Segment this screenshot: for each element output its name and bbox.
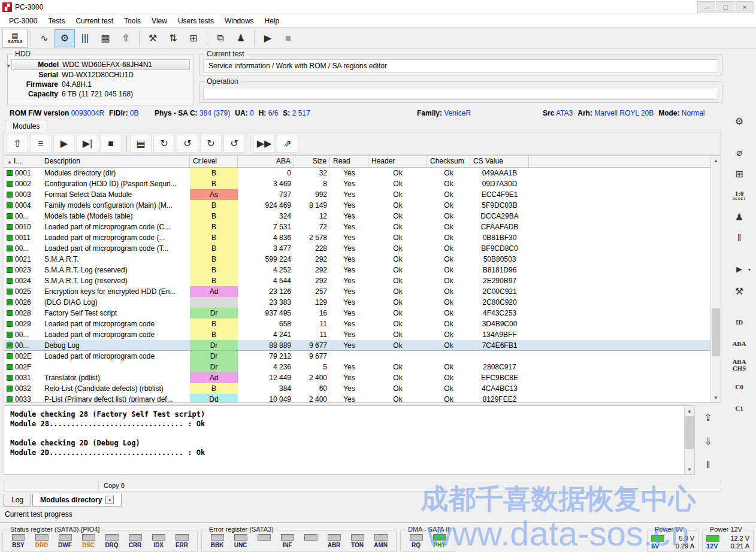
- table-row[interactable]: 00...Debug LogDr88 8899 677YesOkOk7C4E6F…: [4, 340, 721, 351]
- table-row[interactable]: 0011Loaded part of microprogram code (..…: [4, 232, 721, 243]
- table-scroll-thumb[interactable]: [712, 308, 720, 356]
- export-log-icon[interactable]: ⇪: [697, 408, 719, 427]
- pause-log-icon[interactable]: ‖: [697, 456, 719, 475]
- table-row[interactable]: 00...Loaded part of microprogram codeB4 …: [4, 329, 721, 340]
- led-indicator: [152, 534, 165, 541]
- auto-mode-button[interactable]: ▶▶: [253, 135, 275, 153]
- run-menu-icon[interactable]: ►▾: [728, 260, 750, 279]
- table-row[interactable]: 0003Format Select Data ModuleAs737992Yes…: [4, 189, 721, 200]
- sector-grid-button[interactable]: ⊞: [183, 29, 204, 47]
- print-button[interactable]: ▤: [130, 135, 152, 153]
- log-scrollbar[interactable]: ▲ ▼: [684, 406, 694, 474]
- table-row[interactable]: 0026 (DLG DIAG Log)23 383129YesOkOk2C80C…: [4, 297, 721, 308]
- column-header-checksum[interactable]: Checksum: [427, 156, 470, 167]
- scroll-down-icon[interactable]: ▼: [711, 393, 721, 402]
- write-to-disk-button[interactable]: ↺: [177, 135, 198, 153]
- chip-resources-button[interactable]: ▦: [95, 29, 116, 47]
- aba-chs-icon[interactable]: ABA CHS: [728, 356, 750, 375]
- adjust-dial-icon[interactable]: ⚙: [728, 111, 750, 131]
- table-row[interactable]: 0033P-List (Primary defect list) (primar…: [4, 394, 721, 402]
- log-scroll-down-icon[interactable]: ▼: [685, 465, 694, 474]
- table-row[interactable]: 00...Loaded part of microprogram code (T…: [4, 243, 721, 254]
- column-header-id[interactable]: ▲I...: [4, 156, 41, 167]
- terminal-monitor-button[interactable]: ∿: [34, 29, 55, 47]
- stop-read-button[interactable]: ■: [100, 135, 122, 153]
- write-from-file-button[interactable]: ↺: [223, 135, 245, 153]
- tab-modules[interactable]: Modules: [5, 120, 47, 132]
- scroll-up-icon[interactable]: ▲: [711, 156, 721, 165]
- pause-icon[interactable]: ‖: [728, 229, 750, 248]
- menu-item-pc-3000[interactable]: PC-3000: [4, 16, 43, 26]
- read-from-file-button[interactable]: ↻: [200, 135, 222, 153]
- maximize-button[interactable]: □: [716, 1, 734, 13]
- start-test-button[interactable]: ▶: [258, 29, 278, 47]
- table-row[interactable]: 0032Relo-List (Candidate defects) (rbbli…: [4, 383, 721, 394]
- c0-icon[interactable]: C0: [728, 377, 750, 396]
- c1-icon[interactable]: C1: [728, 399, 750, 418]
- chevron-down-icon[interactable]: ▾: [7, 63, 10, 69]
- table-row[interactable]: 002FDr4 2365YesOkOk2808C917: [4, 362, 721, 372]
- table-row[interactable]: 0010Loaded part of microprogram code (C.…: [4, 222, 721, 232]
- eject-utility-button[interactable]: ⇧: [116, 29, 136, 47]
- user-tests-button[interactable]: ♟: [231, 29, 251, 47]
- aba-icon[interactable]: ABA: [728, 334, 750, 353]
- power-phase-icon[interactable]: ⌀: [728, 142, 750, 162]
- id-icon[interactable]: ID: [728, 313, 750, 332]
- table-row[interactable]: 0028Factory Self Test scriptDr937 49516Y…: [4, 308, 721, 319]
- close-button[interactable]: ×: [736, 1, 754, 13]
- table-row[interactable]: 0001Modules directory (dir)B032YesOkOk04…: [4, 168, 721, 178]
- read-from-disk-button[interactable]: ↻: [153, 135, 175, 153]
- table-row[interactable]: 002ELoaded part of microprogram codeDr79…: [4, 351, 721, 362]
- column-header-read[interactable]: Read: [330, 156, 368, 167]
- column-header-description[interactable]: Description: [41, 156, 190, 167]
- read-modules-button[interactable]: ▶: [53, 135, 75, 153]
- close-tab-button[interactable]: ×: [105, 496, 114, 504]
- column-header-header[interactable]: Header: [368, 156, 427, 167]
- menu-item-current-test[interactable]: Current test: [70, 16, 119, 26]
- module-list-button[interactable]: ≡: [30, 135, 52, 153]
- table-row[interactable]: 00...Models table (Models table)B32412Ye…: [4, 211, 721, 222]
- sata3-port-button[interactable]: ▤SATA3: [2, 29, 28, 48]
- minimize-button[interactable]: –: [697, 1, 715, 13]
- table-row[interactable]: 0031Translator (pdlist)Ad12 4492 400YesO…: [4, 372, 721, 383]
- table-row[interactable]: 0002Configuration (HDD ID) (Pasport Sequ…: [4, 178, 721, 189]
- copy-pages-button[interactable]: ⧉: [210, 29, 231, 47]
- port-pins-icon[interactable]: ⊞: [728, 164, 750, 183]
- barcode-report-button[interactable]: |||: [75, 29, 95, 47]
- led-indicator: [35, 534, 49, 541]
- column-header-aba[interactable]: ABA: [238, 156, 294, 167]
- menu-item-windows[interactable]: Windows: [219, 16, 259, 26]
- import-log-icon[interactable]: ⇩: [697, 432, 719, 451]
- menu-item-help[interactable]: Help: [259, 16, 285, 26]
- read-selected-button[interactable]: ▶|: [77, 135, 98, 153]
- led-indicator: [176, 534, 189, 541]
- table-scrollbar[interactable]: ▲ ▼: [710, 156, 721, 402]
- flag-dwf: DWF: [53, 534, 77, 550]
- work-with-rom-button[interactable]: ⚙: [55, 29, 75, 47]
- column-header-csvalue[interactable]: CS Value: [470, 156, 529, 167]
- menu-item-tests[interactable]: Tests: [43, 16, 70, 26]
- menu-item-tools[interactable]: Tools: [119, 16, 146, 26]
- save-module-button[interactable]: ⇧: [7, 135, 28, 153]
- table-row[interactable]: 0023S.M.A.R.T. Log (reserved)B4 252292Ye…: [4, 265, 721, 275]
- tab-modules-directory[interactable]: Modules directory ×: [32, 494, 122, 506]
- reset-icon[interactable]: 1:0RESET: [728, 186, 750, 205]
- heads-map-icon[interactable]: ♟: [728, 207, 750, 226]
- column-header-size[interactable]: Size: [294, 156, 330, 167]
- menu-item-users-tests[interactable]: Users tests: [173, 16, 219, 26]
- export-report-button[interactable]: ⇗: [277, 135, 298, 153]
- tab-log[interactable]: Log: [4, 494, 31, 506]
- service-tools-icon[interactable]: ⚒: [728, 281, 750, 301]
- soldering-station-button[interactable]: ⚒: [143, 29, 163, 47]
- table-row[interactable]: 0004Family models configuration (Main) (…: [4, 200, 721, 211]
- table-row[interactable]: 0021S.M.A.R.T.B599 224292YesOkOk50B80503: [4, 254, 721, 265]
- data-transfer-button[interactable]: ⇅: [163, 29, 183, 47]
- column-header-crlevel[interactable]: Cr.level: [190, 156, 238, 167]
- menu-item-view[interactable]: View: [146, 16, 173, 26]
- table-row[interactable]: 0025Encryption keys for encrypted HDD (E…: [4, 286, 721, 297]
- stop-test-button[interactable]: ■: [278, 29, 298, 47]
- log-scroll-up-icon[interactable]: ▲: [685, 406, 694, 415]
- log-scroll-thumb[interactable]: [685, 416, 694, 449]
- table-row[interactable]: 0029Loaded part of microprogram codeB658…: [4, 319, 721, 329]
- table-row[interactable]: 0024S.M.A.R.T. Log (reserved)B4 544292Ye…: [4, 275, 721, 286]
